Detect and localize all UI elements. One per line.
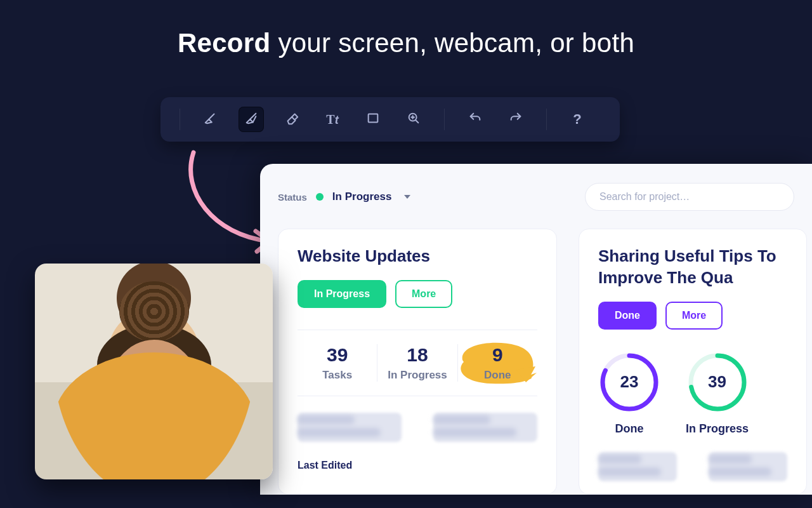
toolbar-separator	[444, 109, 445, 130]
ring-label: In Progress	[686, 422, 749, 436]
stat-tasks: 39 Tasks	[298, 344, 377, 382]
annotation-toolbar: Tt ?	[160, 97, 620, 142]
ring-number: 23	[598, 351, 660, 413]
dashboard-window: Status In Progress Search for project… W…	[260, 164, 812, 495]
toolbar-separator	[546, 109, 547, 130]
redo-button[interactable]	[503, 107, 528, 132]
webcam-thumbnail[interactable]	[35, 264, 273, 479]
blurred-value	[709, 452, 787, 481]
status-label: Status	[278, 192, 307, 203]
stat-number: 9	[458, 344, 537, 366]
stat-done: 9 Done	[457, 344, 537, 382]
svg-rect-0	[369, 114, 378, 123]
brush-icon	[244, 111, 258, 128]
stat-label: Tasks	[298, 369, 377, 382]
status-dot-icon	[316, 193, 324, 201]
marker-tool[interactable]	[198, 107, 223, 132]
chevron-down-icon[interactable]	[404, 195, 410, 199]
search-input[interactable]: Search for project…	[585, 183, 794, 211]
more-button[interactable]: More	[665, 302, 723, 330]
blurred-value	[298, 413, 402, 442]
project-card-website-updates[interactable]: Website Updates In Progress More 39 Task…	[278, 229, 557, 495]
more-button[interactable]: More	[395, 280, 452, 308]
toolbar-separator	[180, 109, 180, 130]
text-icon: Tt	[326, 112, 338, 127]
ring-in-progress: 39 In Progress	[686, 351, 749, 436]
ring-done: 23 Done	[598, 351, 660, 436]
marker-icon	[204, 111, 218, 128]
blurred-value	[433, 413, 537, 442]
stats-row: 39 Tasks 18 In Progress 9 Done	[298, 330, 537, 396]
zoom-in-icon	[407, 111, 421, 128]
ring-number: 39	[686, 351, 749, 413]
status-pill-done[interactable]: Done	[598, 302, 657, 330]
blurred-meta-row	[598, 452, 787, 481]
undo-icon	[468, 111, 482, 128]
zoom-in-tool[interactable]	[401, 107, 426, 132]
stat-in-progress: 18 In Progress	[377, 344, 457, 382]
headline-bold: Record	[178, 28, 271, 58]
brush-tool[interactable]	[239, 107, 264, 132]
blurred-value	[598, 452, 677, 481]
search-placeholder: Search for project…	[599, 191, 690, 203]
stat-label: In Progress	[377, 369, 457, 382]
stat-label: Done	[458, 369, 537, 382]
redo-icon	[509, 111, 523, 128]
rectangle-tool[interactable]	[360, 107, 386, 132]
headline-rest: your screen, webcam, or both	[270, 28, 634, 58]
help-button[interactable]: ?	[565, 107, 590, 132]
stat-number: 18	[377, 344, 457, 366]
cards-row: Website Updates In Progress More 39 Task…	[278, 229, 794, 495]
last-edited-label: Last Edited	[298, 460, 537, 471]
dashboard-topbar: Status In Progress Search for project…	[278, 183, 794, 211]
blurred-meta-row	[298, 413, 537, 442]
card-title: Sharing Useful Tips To Improve The Qua	[598, 246, 787, 289]
status-pill-in-progress[interactable]: In Progress	[298, 280, 386, 308]
eraser-tool[interactable]	[279, 107, 304, 132]
status-value[interactable]: In Progress	[332, 190, 392, 203]
card-title: Website Updates	[298, 246, 537, 267]
progress-rings: 23 Done 39 In Progress	[598, 351, 787, 436]
help-icon: ?	[573, 111, 581, 128]
eraser-icon	[285, 111, 299, 128]
rectangle-icon	[366, 111, 380, 128]
ring-label: Done	[615, 422, 644, 436]
marketing-headline: Record your screen, webcam, or both	[0, 28, 812, 58]
stat-number: 39	[298, 344, 377, 366]
text-tool[interactable]: Tt	[320, 107, 345, 132]
undo-button[interactable]	[462, 107, 488, 132]
project-card-sharing-tips[interactable]: Sharing Useful Tips To Improve The Qua D…	[579, 229, 807, 495]
